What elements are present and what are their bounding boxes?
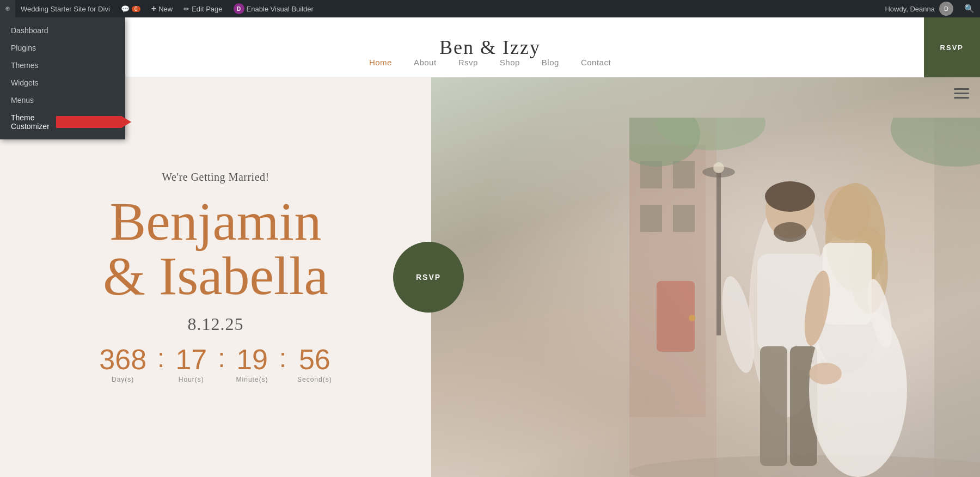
- sep-3: :: [279, 345, 286, 371]
- svg-rect-9: [934, 118, 980, 477]
- plugins-link[interactable]: Plugins: [0, 39, 125, 57]
- svg-rect-24: [823, 243, 872, 325]
- admin-bar: Wedding Starter Site for Divi 💬 0 + New …: [0, 0, 980, 17]
- comments-link[interactable]: 💬 0: [115, 0, 146, 17]
- svg-point-12: [765, 181, 815, 212]
- nav-about[interactable]: About: [414, 58, 437, 67]
- enable-visual-builder-button[interactable]: D Enable Visual Builder: [228, 0, 319, 17]
- svg-rect-6: [640, 205, 662, 232]
- hamburger-menu[interactable]: [954, 88, 969, 99]
- nav-home[interactable]: Home: [369, 58, 392, 67]
- countdown-minutes: 19 Minute(s): [236, 345, 268, 383]
- site-header: Ben & Izzy Home About Rsvp Shop Blog Con…: [0, 17, 980, 77]
- nav-rsvp[interactable]: Rsvp: [458, 58, 478, 67]
- search-icon[interactable]: 🔍: [959, 4, 980, 14]
- svg-rect-34: [657, 281, 695, 352]
- site-title: Ben & Izzy: [439, 36, 541, 59]
- widgets-link[interactable]: Widgets: [0, 74, 125, 91]
- svg-rect-17: [760, 346, 787, 466]
- wedding-date: 8.12.25: [188, 314, 244, 334]
- themes-link[interactable]: Themes: [0, 57, 125, 74]
- nav-blog[interactable]: Blog: [542, 58, 559, 67]
- sep-2: :: [218, 345, 225, 371]
- countdown: 368 Day(s) : 17 Hour(s) : 19 Minute(s) :…: [99, 345, 332, 383]
- edit-page-label: Edit Page: [192, 5, 222, 13]
- svg-rect-31: [716, 172, 721, 335]
- subheading: We're Getting Married!: [162, 171, 269, 184]
- howdy-text: Howdy, Deanna: [885, 5, 935, 13]
- site-name-link[interactable]: Wedding Starter Site for Divi: [15, 0, 115, 17]
- appearance-dropdown: Dashboard Plugins Themes Widgets Menus T…: [0, 17, 125, 139]
- site-nav: Home About Rsvp Shop Blog Contact: [369, 58, 611, 67]
- nav-contact[interactable]: Contact: [581, 58, 611, 67]
- couple-names: Benjamin & Isabella: [103, 194, 328, 303]
- admin-bar-right: Howdy, Deanna D 🔍: [879, 2, 980, 16]
- comment-count: 0: [132, 6, 140, 12]
- dashboard-link[interactable]: Dashboard: [0, 22, 125, 39]
- edit-page-link[interactable]: ✏ Edit Page: [178, 0, 228, 17]
- avatar: D: [939, 2, 953, 16]
- menus-link[interactable]: Menus: [0, 91, 125, 109]
- countdown-hours: 17 Hour(s): [175, 345, 207, 383]
- divi-label: Enable Visual Builder: [247, 5, 314, 13]
- couple-illustration: [629, 118, 980, 477]
- user-info[interactable]: Howdy, Deanna D: [879, 2, 959, 16]
- hamburger-line-1: [954, 88, 969, 90]
- hamburger-line-3: [954, 97, 969, 99]
- plus-icon: +: [151, 4, 156, 14]
- rsvp-circle-button[interactable]: RSVP: [393, 242, 464, 313]
- svg-point-35: [689, 315, 695, 321]
- hamburger-line-2: [954, 93, 969, 94]
- comment-icon: 💬: [121, 5, 130, 13]
- theme-customizer-link[interactable]: Theme Customizer: [0, 109, 125, 135]
- divi-icon: D: [234, 3, 244, 14]
- sep-1: :: [157, 345, 164, 371]
- svg-point-13: [774, 222, 806, 242]
- countdown-seconds: 56 Second(s): [297, 345, 332, 383]
- edit-icon: ✏: [183, 5, 189, 13]
- svg-point-27: [809, 363, 842, 384]
- hero-right: [431, 77, 980, 477]
- header-rsvp-button[interactable]: RSVP: [924, 17, 980, 77]
- nav-shop[interactable]: Shop: [500, 58, 520, 67]
- hero-section: We're Getting Married! Benjamin & Isabel…: [0, 77, 980, 477]
- wp-logo[interactable]: [0, 0, 15, 17]
- arrow-indicator: [56, 116, 121, 128]
- new-label: New: [158, 5, 173, 13]
- new-content-button[interactable]: + New: [146, 0, 178, 17]
- site-wrapper: Ben & Izzy Home About Rsvp Shop Blog Con…: [0, 17, 980, 477]
- svg-rect-7: [673, 205, 695, 232]
- svg-rect-5: [673, 161, 695, 188]
- countdown-days: 368 Day(s): [99, 345, 146, 383]
- svg-point-33: [713, 162, 724, 173]
